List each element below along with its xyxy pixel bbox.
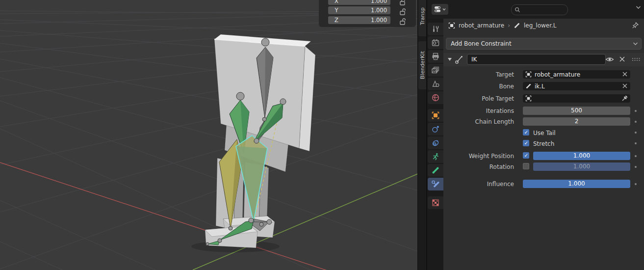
chain-length-field[interactable]: 2 <box>523 117 630 126</box>
eyedropper-icon[interactable] <box>621 95 628 102</box>
chain-length-label: Chain Length <box>443 118 514 125</box>
scene-icon <box>431 80 440 88</box>
tab-blenderkit[interactable]: BlenderKit <box>418 41 426 89</box>
animate-decorator[interactable] <box>635 110 637 112</box>
lock-z-icon[interactable] <box>399 18 407 25</box>
header-options-chevron-icon[interactable] <box>636 5 641 9</box>
stretch-row: Stretch <box>443 139 644 148</box>
tab-world[interactable] <box>428 91 443 104</box>
tab-armature-data[interactable] <box>428 150 443 163</box>
properties-content: robot_armature › leg_lower.L Add Bone Co… <box>443 19 644 270</box>
tab-object-constraints[interactable] <box>428 136 443 149</box>
viewport-3d[interactable] <box>0 0 418 270</box>
tab-object[interactable] <box>428 109 443 122</box>
weight-position-slider[interactable]: 1.000 <box>533 152 630 160</box>
properties-editor: robot_armature › leg_lower.L Add Bone Co… <box>426 0 644 270</box>
tab-tool[interactable] <box>428 23 443 35</box>
bone-label: Bone <box>443 83 514 90</box>
weight-position-row: Weight Position 1.000 <box>443 152 644 161</box>
pole-target-field[interactable] <box>523 94 630 103</box>
bone-constraint-icon <box>431 180 440 189</box>
render-icon <box>431 38 440 47</box>
editor-type-button[interactable] <box>432 4 448 15</box>
stretch-checkbox[interactable] <box>523 140 529 146</box>
tab-bone-constraint[interactable] <box>428 178 443 190</box>
axis-label: X <box>328 0 345 4</box>
chevron-down-icon <box>442 8 446 11</box>
animate-decorator[interactable] <box>635 166 637 168</box>
pole-target-row: Pole Target <box>443 94 644 103</box>
transform-panel: X 1.000 Y 1.000 Z 1.000 <box>319 0 416 27</box>
tab-render[interactable] <box>428 36 443 49</box>
iterations-row: Iterations 500 <box>443 107 644 115</box>
tab-bone[interactable] <box>428 164 443 177</box>
target-field[interactable]: robot_armature <box>523 70 630 79</box>
use-tail-label: Use Tail <box>533 130 556 136</box>
object-data-icon <box>525 95 532 102</box>
tab-output[interactable] <box>428 50 443 63</box>
drag-grip-icon[interactable] <box>632 57 641 61</box>
target-row: Target robot_armature <box>443 70 644 79</box>
panel-expand-triangle[interactable] <box>448 58 452 61</box>
world-icon <box>431 93 440 102</box>
add-bone-constraint-label: Add Bone Constraint <box>446 40 512 47</box>
breadcrumb-bone[interactable]: leg_lower.L <box>524 22 557 29</box>
rotation-slider[interactable]: 1.000 <box>533 162 630 171</box>
bone-row: Bone ik.L <box>443 82 644 91</box>
add-bone-constraint-button[interactable]: Add Bone Constraint <box>446 38 642 50</box>
weight-position-checkbox[interactable] <box>523 152 529 159</box>
use-tail-checkbox[interactable] <box>523 129 529 135</box>
eye-icon[interactable] <box>605 56 614 63</box>
armature-data-icon <box>431 152 440 161</box>
pin-icon[interactable] <box>632 22 639 29</box>
physics-icon <box>431 125 440 134</box>
view-layer-icon <box>431 66 440 75</box>
iterations-label: Iterations <box>443 108 514 114</box>
bone-field[interactable]: ik.L <box>523 82 630 90</box>
animate-decorator[interactable] <box>635 183 637 185</box>
ik-panel-header[interactable]: IK <box>443 53 644 66</box>
scale-z-field[interactable]: Z 1.000 <box>328 16 390 24</box>
chevron-down-icon <box>633 42 638 46</box>
bone-value: ik.L <box>535 83 545 90</box>
scale-y-field[interactable]: Y 1.000 <box>328 6 390 14</box>
tool-icon <box>431 25 440 33</box>
close-icon[interactable] <box>619 56 625 62</box>
iterations-field[interactable]: 500 <box>523 107 630 115</box>
object-data-icon <box>525 71 532 78</box>
animate-decorator[interactable] <box>635 132 637 134</box>
tab-transform[interactable]: Transp <box>418 0 426 36</box>
influence-label: Influence <box>443 181 514 188</box>
properties-editor-icon <box>434 6 442 13</box>
object-icon <box>431 111 440 120</box>
weight-position-label: Weight Position <box>443 153 514 160</box>
influence-row: Influence 1.000 <box>443 180 644 189</box>
influence-slider[interactable]: 1.000 <box>523 180 630 188</box>
chain-length-row: Chain Length 2 <box>443 117 644 126</box>
breadcrumb-object[interactable]: robot_armature <box>459 22 504 29</box>
tab-scene[interactable] <box>428 78 443 90</box>
clear-icon[interactable] <box>622 83 628 89</box>
rotation-label: Rotation <box>443 163 514 170</box>
animate-decorator[interactable] <box>635 142 637 144</box>
lock-y-icon[interactable] <box>399 8 407 15</box>
breadcrumb-separator: › <box>508 22 510 29</box>
axis-x-line <box>0 162 418 270</box>
target-value: robot_armature <box>535 71 580 78</box>
search-input[interactable] <box>511 4 568 15</box>
clear-icon[interactable] <box>622 71 628 77</box>
use-tail-row: Use Tail <box>443 129 644 137</box>
target-label: Target <box>443 71 514 78</box>
scale-x-field[interactable]: X 1.000 <box>328 0 390 5</box>
tab-texture[interactable] <box>428 196 443 209</box>
bone-white-icon <box>514 22 520 29</box>
animate-decorator[interactable] <box>635 155 637 157</box>
pole-target-label: Pole Target <box>443 95 514 102</box>
lock-x-icon[interactable] <box>399 0 407 5</box>
output-icon <box>431 52 440 61</box>
tab-physics[interactable] <box>428 123 443 135</box>
constraint-name-field[interactable]: IK <box>467 54 606 65</box>
animate-decorator[interactable] <box>635 121 637 123</box>
rotation-checkbox[interactable] <box>523 163 529 169</box>
tab-view-layer[interactable] <box>428 64 443 77</box>
